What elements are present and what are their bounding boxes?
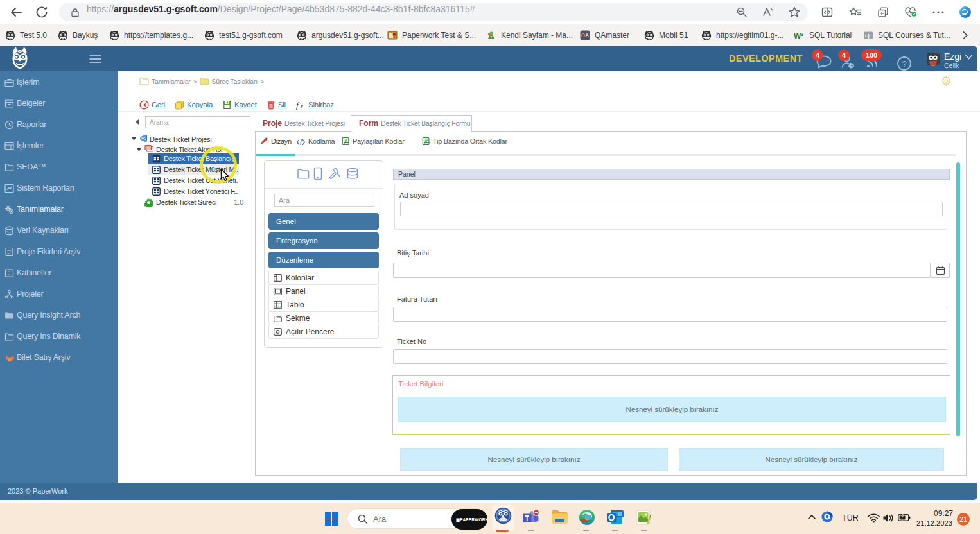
svg-text:c|: c| <box>865 33 870 39</box>
svg-text:x: x <box>299 103 303 110</box>
svg-text:3: 3 <box>801 32 803 37</box>
svg-text:A: A <box>585 32 589 39</box>
svg-text:f: f <box>296 100 300 110</box>
svg-text:?: ? <box>902 59 906 69</box>
